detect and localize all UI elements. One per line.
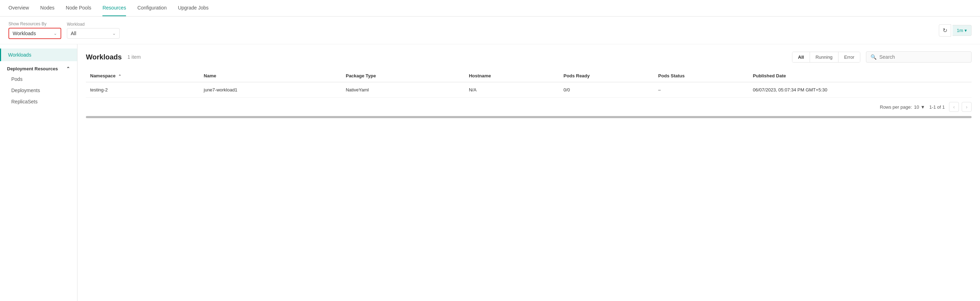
scrollbar-thumb <box>86 116 972 118</box>
sidebar-item-pods[interactable]: Pods <box>0 73 77 85</box>
content-area: Workloads 1 item All Running Error 🔍 Nam… <box>78 44 980 301</box>
filter-bar-right: ↻ 1m ▾ <box>939 24 972 36</box>
cell-published-date: 06/07/2023, 05:07:34 PM GMT+5:30 <box>749 82 972 98</box>
search-box[interactable]: 🔍 <box>866 51 972 63</box>
sidebar-item-replicasets[interactable]: ReplicaSets <box>0 96 77 107</box>
sidebar-deployment-resources-label: Deployment Resources <box>7 66 58 71</box>
filter-btn-error[interactable]: Error <box>838 52 860 62</box>
filter-bar: Show Resources By Workloads ⌄ Workload A… <box>0 16 980 44</box>
col-header-hostname: Hostname <box>465 70 559 82</box>
col-header-pods-status: Pods Status <box>654 70 749 82</box>
tab-nodes[interactable]: Nodes <box>40 0 54 16</box>
col-header-name: Name <box>200 70 342 82</box>
sidebar-workloads-label: Workloads <box>8 52 31 58</box>
workload-label: Workload <box>67 22 120 27</box>
show-resources-label: Show Resources By <box>8 21 61 26</box>
tab-overview[interactable]: Overview <box>8 0 29 16</box>
page-info: 1-1 of 1 <box>929 105 945 110</box>
workload-group: Workload All ⌄ <box>67 22 120 39</box>
col-header-package-type: Package Type <box>342 70 465 82</box>
filter-btn-running[interactable]: Running <box>810 52 838 62</box>
cell-pods-ready: 0/0 <box>559 82 654 98</box>
time-arrow-icon: ▾ <box>964 28 967 33</box>
rows-per-page: Rows per page: 10 ▼ <box>880 105 925 110</box>
workload-value: All <box>71 30 110 36</box>
cell-package-type: NativeYaml <box>342 82 465 98</box>
horizontal-scrollbar[interactable] <box>86 116 972 118</box>
sidebar-deployment-resources-header[interactable]: Deployment Resources ⌃ <box>0 61 77 73</box>
col-header-pods-ready: Pods Ready <box>559 70 654 82</box>
prev-page-button[interactable]: ‹ <box>949 102 959 112</box>
rows-per-page-value: 10 <box>914 105 919 110</box>
top-nav: Overview Nodes Node Pools Resources Conf… <box>0 0 980 16</box>
tab-upgrade-jobs[interactable]: Upgrade Jobs <box>178 0 208 16</box>
sort-namespace-icon: ⌃ <box>118 74 121 78</box>
sidebar: Workloads Deployment Resources ⌃ Pods De… <box>0 44 78 301</box>
rows-per-page-select[interactable]: 10 ▼ <box>914 105 925 110</box>
page-nav: ‹ › <box>949 102 972 112</box>
refresh-button[interactable]: ↻ <box>939 24 951 36</box>
tab-configuration[interactable]: Configuration <box>137 0 167 16</box>
cell-pods-status: – <box>654 82 749 98</box>
next-page-button[interactable]: › <box>962 102 972 112</box>
show-resources-group: Show Resources By Workloads ⌄ <box>8 21 61 39</box>
filter-btn-all[interactable]: All <box>792 52 810 62</box>
time-value: 1m <box>957 28 963 33</box>
tab-node-pools[interactable]: Node Pools <box>66 0 91 16</box>
table-row[interactable]: testing-2 june7-workload1 NativeYaml N/A… <box>86 82 972 98</box>
content-header: Workloads 1 item All Running Error 🔍 <box>86 51 972 63</box>
content-title: Workloads <box>86 53 122 61</box>
sidebar-item-workloads[interactable]: Workloads <box>0 49 77 61</box>
time-selector-button[interactable]: 1m ▾ <box>953 25 972 36</box>
tab-resources[interactable]: Resources <box>102 0 126 16</box>
show-resources-select[interactable]: Workloads ⌄ <box>8 28 61 39</box>
col-header-published-date: Published Date <box>749 70 972 82</box>
search-icon: 🔍 <box>870 54 877 60</box>
workload-chevron-icon: ⌄ <box>112 31 116 36</box>
table-body: testing-2 june7-workload1 NativeYaml N/A… <box>86 82 972 98</box>
rows-per-page-chevron-icon: ▼ <box>921 105 925 110</box>
workload-select[interactable]: All ⌄ <box>67 28 120 39</box>
collapse-icon: ⌃ <box>66 66 70 71</box>
item-count: 1 item <box>127 54 141 60</box>
show-resources-value: Workloads <box>13 30 51 36</box>
col-header-namespace[interactable]: Namespace ⌃ <box>86 70 200 82</box>
status-filter-buttons: All Running Error <box>792 52 860 63</box>
pagination-bar: Rows per page: 10 ▼ 1-1 of 1 ‹ › <box>86 98 972 113</box>
workloads-table: Namespace ⌃ Name Package Type Hostname P… <box>86 70 972 98</box>
main-layout: Workloads Deployment Resources ⌃ Pods De… <box>0 44 980 301</box>
rows-per-page-label: Rows per page: <box>880 105 912 110</box>
table-header: Namespace ⌃ Name Package Type Hostname P… <box>86 70 972 82</box>
search-input[interactable] <box>879 54 967 60</box>
sidebar-item-deployments[interactable]: Deployments <box>0 85 77 96</box>
cell-hostname: N/A <box>465 82 559 98</box>
cell-name: june7-workload1 <box>200 82 342 98</box>
cell-namespace: testing-2 <box>86 82 200 98</box>
show-resources-chevron-icon: ⌄ <box>54 31 57 36</box>
